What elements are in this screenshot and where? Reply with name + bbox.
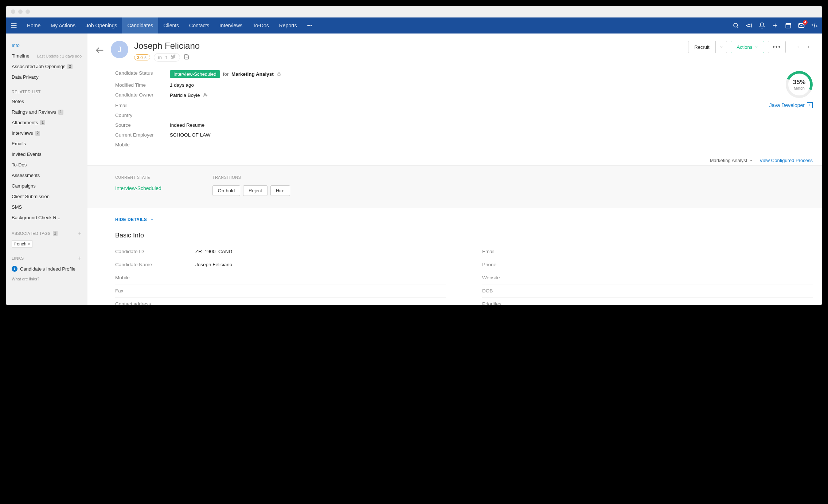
svg-point-16 — [206, 95, 207, 95]
meta-row: 3.0 ★ in f — [134, 53, 682, 62]
prev-icon[interactable] — [794, 43, 802, 51]
hide-details-toggle[interactable]: HIDE DETAILS — [87, 208, 822, 226]
facebook-icon[interactable]: f — [165, 55, 167, 60]
nav-home[interactable]: Home — [22, 17, 46, 34]
traffic-light-zoom[interactable] — [26, 9, 30, 14]
view-process-link[interactable]: View Configured Process — [759, 158, 813, 163]
match-column: 35% Match Java Developer + — [747, 68, 813, 150]
more-button[interactable]: ••• — [768, 41, 786, 53]
search-icon[interactable] — [733, 22, 739, 29]
nav-to-dos[interactable]: To-Dos — [247, 17, 274, 34]
related-bgcheck[interactable]: Background Check R... — [12, 212, 82, 223]
hamburger-icon[interactable] — [10, 22, 17, 29]
indeed-icon: i — [12, 266, 17, 272]
basic-info-section: Basic Info Candidate IDZR_1900_CAND Cand… — [87, 226, 822, 305]
sidebar-timeline[interactable]: Timeline Last Update : 1 days ago — [12, 51, 82, 61]
avatar: J — [111, 41, 128, 58]
sidebar-assoc-jobs-label: Associated Job Openings — [12, 64, 65, 69]
nav-interviews[interactable]: Interviews — [214, 17, 247, 34]
nav-contacts[interactable]: Contacts — [184, 17, 214, 34]
match-label: Match — [794, 86, 805, 90]
nav-clients[interactable]: Clients — [158, 17, 184, 34]
back-icon[interactable] — [95, 45, 105, 55]
nav-right: 31 4 — [733, 22, 818, 29]
related-emails[interactable]: Emails — [12, 138, 82, 149]
related-interviews[interactable]: Interviews2 — [12, 128, 82, 138]
tag-remove-icon[interactable]: × — [28, 241, 30, 247]
link-indeed-profile[interactable]: i Candidate's Indeed Profile — [12, 264, 82, 274]
links-help[interactable]: What are links? — [12, 277, 82, 281]
file-icon[interactable] — [184, 54, 190, 62]
rating-badge[interactable]: 3.0 ★ — [134, 54, 150, 60]
megaphone-icon[interactable] — [746, 22, 752, 29]
basic-info-title: Basic Info — [115, 232, 813, 239]
related-todos[interactable]: To-Dos — [12, 160, 82, 170]
links-header: LINKS + — [12, 255, 82, 261]
traffic-light-close[interactable] — [11, 9, 15, 14]
tag-chip[interactable]: french × — [12, 240, 33, 248]
mail-icon[interactable]: 4 — [798, 22, 805, 29]
related-notes[interactable]: Notes — [12, 96, 82, 107]
related-sms[interactable]: SMS — [12, 202, 82, 212]
chevron-down-icon — [749, 159, 753, 162]
related-attachments[interactable]: Attachments1 — [12, 117, 82, 128]
state-section: CURRENT STATE Interview-Scheduled TRANSI… — [87, 165, 822, 208]
svg-marker-17 — [750, 160, 752, 161]
basic-col-left: Candidate IDZR_1900_CAND Candidate NameJ… — [115, 245, 446, 305]
chevron-down-icon[interactable] — [715, 41, 727, 53]
match-ring: 35% Match — [786, 71, 813, 98]
related-invited-events[interactable]: Invited Events — [12, 149, 82, 160]
actions-button[interactable]: Actions — [731, 41, 765, 53]
status-pill: Interview-Scheduled — [170, 70, 220, 78]
chevron-up-icon — [150, 217, 154, 222]
svg-rect-14 — [277, 73, 280, 75]
transition-onhold[interactable]: On-hold — [212, 185, 240, 196]
match-role[interactable]: Java Developer + — [747, 102, 813, 108]
next-icon[interactable] — [804, 43, 813, 51]
traffic-light-minimize[interactable] — [18, 9, 23, 14]
sidebar-info[interactable]: Info — [12, 40, 82, 51]
mail-badge: 4 — [803, 20, 808, 25]
header-actions: Recruit Actions ••• — [688, 41, 813, 53]
setup-icon[interactable] — [811, 22, 818, 29]
basic-col-right: Email Phone Website DOB Priorities — [482, 245, 813, 305]
transitions-label: TRANSITIONS — [212, 175, 290, 180]
process-row: Marketing Analyst View Configured Proces… — [87, 155, 822, 163]
svg-text:31: 31 — [787, 25, 790, 28]
process-job-dropdown[interactable]: Marketing Analyst — [710, 158, 753, 163]
name-block: Joseph Feliciano 3.0 ★ in f — [134, 41, 682, 62]
add-link-icon[interactable]: + — [78, 255, 82, 261]
add-tag-icon[interactable]: + — [78, 230, 82, 237]
calendar-icon[interactable]: 31 — [785, 22, 792, 29]
nav-my-actions[interactable]: My Actions — [46, 17, 81, 34]
twitter-icon[interactable] — [171, 54, 176, 61]
top-nav: Home My Actions Job Openings Candidates … — [6, 17, 822, 34]
sidebar-data-privacy[interactable]: Data Privacy — [12, 72, 82, 82]
linkedin-icon[interactable]: in — [158, 55, 162, 60]
browser-window: Home My Actions Job Openings Candidates … — [6, 6, 822, 305]
transition-hire[interactable]: Hire — [270, 185, 290, 196]
user-icon — [203, 92, 208, 98]
nav-reports[interactable]: Reports — [274, 17, 302, 34]
add-match-icon[interactable]: + — [807, 102, 813, 108]
value-status: Interview-Scheduled for Marketing Analys… — [170, 70, 281, 78]
related-campaigns[interactable]: Campaigns — [12, 181, 82, 191]
sidebar-assoc-jobs[interactable]: Associated Job Openings 2 — [12, 61, 82, 72]
nav-candidates[interactable]: Candidates — [122, 17, 158, 34]
related-assessments[interactable]: Assessments — [12, 170, 82, 181]
transitions: TRANSITIONS On-hold Reject Hire — [212, 175, 290, 196]
recruit-button[interactable]: Recruit — [688, 41, 727, 53]
left-sidebar: Info Timeline Last Update : 1 days ago A… — [6, 34, 87, 305]
related-ratings[interactable]: Ratings and Reviews1 — [12, 107, 82, 117]
nav-more[interactable]: ••• — [302, 17, 318, 34]
candidate-name: Joseph Feliciano — [134, 41, 682, 51]
related-client-submission[interactable]: Client Submission — [12, 191, 82, 202]
nav-job-openings[interactable]: Job Openings — [81, 17, 122, 34]
plus-icon[interactable] — [772, 22, 778, 29]
transition-buttons: On-hold Reject Hire — [212, 185, 290, 196]
transition-reject[interactable]: Reject — [243, 185, 267, 196]
star-icon: ★ — [144, 55, 147, 60]
header-row: J Joseph Feliciano 3.0 ★ in f — [87, 34, 822, 65]
tag-label: french — [14, 241, 26, 247]
bell-icon[interactable] — [759, 22, 765, 29]
